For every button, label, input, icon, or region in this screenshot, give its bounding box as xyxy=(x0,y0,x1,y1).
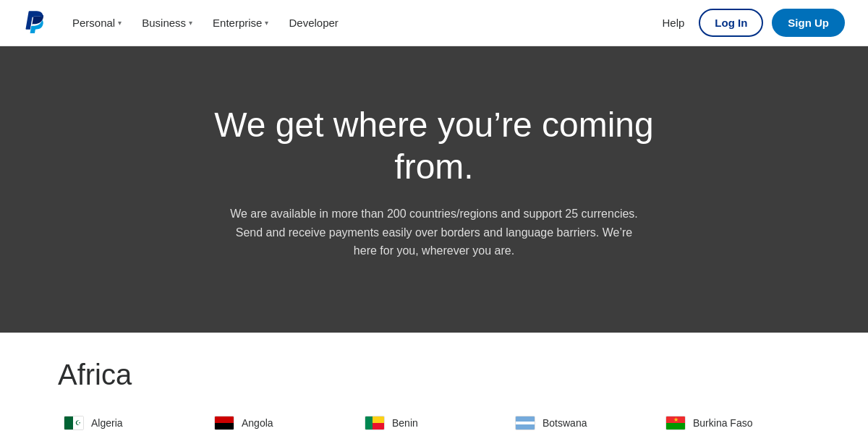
country-item-botswana[interactable]: Botswana xyxy=(509,409,660,436)
nav-developer[interactable]: Developer xyxy=(280,11,346,35)
nav-business[interactable]: Business ▾ xyxy=(133,11,201,35)
country-name-burkina-faso: Burkina Faso xyxy=(693,416,752,429)
country-name-algeria: Algeria xyxy=(91,416,123,429)
country-name-benin: Benin xyxy=(392,416,418,429)
nav-business-label: Business xyxy=(142,17,186,29)
country-item-burkina-faso[interactable]: ★ Burkina Faso xyxy=(660,409,810,436)
nav-enterprise[interactable]: Enterprise ▾ xyxy=(204,11,277,35)
nav-developer-label: Developer xyxy=(289,17,338,29)
chevron-down-icon: ▾ xyxy=(189,19,192,27)
hero-title: We get where you’re coming from. xyxy=(181,104,687,187)
signup-button[interactable]: Sign Up xyxy=(772,9,845,37)
countries-section: Africa ☪ Algeria Angola Benin Botswana ★… xyxy=(0,333,868,436)
login-button[interactable]: Log In xyxy=(699,9,763,37)
country-item-benin[interactable]: Benin xyxy=(359,409,509,436)
chevron-down-icon: ▾ xyxy=(118,19,122,27)
country-name-botswana: Botswana xyxy=(542,416,587,429)
countries-grid: ☪ Algeria Angola Benin Botswana ★ Burkin… xyxy=(58,409,810,436)
navbar-actions: Help Log In Sign Up xyxy=(656,9,845,37)
country-item-algeria[interactable]: ☪ Algeria xyxy=(58,409,208,436)
flag-benin xyxy=(365,416,385,430)
hero-subtitle: We are available in more than 200 countr… xyxy=(224,205,644,260)
flag-botswana xyxy=(515,416,535,430)
paypal-logo[interactable] xyxy=(23,10,46,36)
chevron-down-icon: ▾ xyxy=(265,19,268,27)
nav-personal-label: Personal xyxy=(72,17,115,29)
help-link[interactable]: Help xyxy=(656,11,690,35)
region-title: Africa xyxy=(58,359,810,391)
flag-angola xyxy=(214,416,234,430)
nav-enterprise-label: Enterprise xyxy=(213,17,262,29)
country-item-angola[interactable]: Angola xyxy=(208,409,359,436)
flag-burkina-faso: ★ xyxy=(665,416,686,430)
navbar: Personal ▾ Business ▾ Enterprise ▾ Devel… xyxy=(0,0,868,46)
flag-algeria: ☪ xyxy=(64,416,84,430)
hero-section: We get where you’re coming from. We are … xyxy=(0,46,868,333)
nav-personal[interactable]: Personal ▾ xyxy=(64,11,130,35)
country-name-angola: Angola xyxy=(242,416,273,429)
main-nav: Personal ▾ Business ▾ Enterprise ▾ Devel… xyxy=(64,11,656,35)
